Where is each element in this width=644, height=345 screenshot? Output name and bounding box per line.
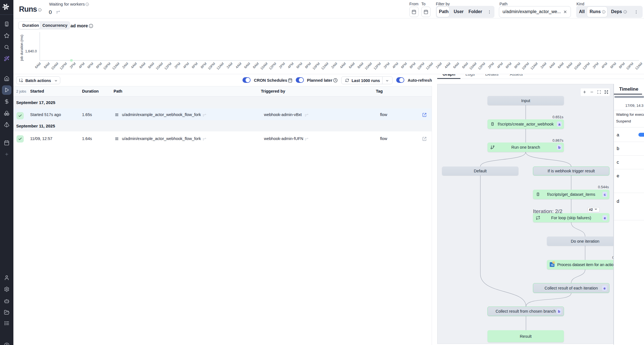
svg-text:TS: TS [551,264,554,266]
